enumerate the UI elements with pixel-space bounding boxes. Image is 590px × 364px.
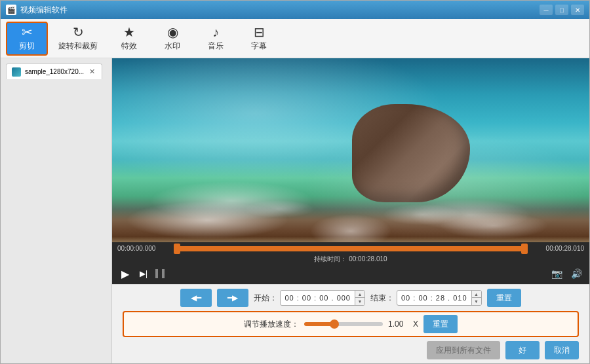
end-label: 结束： bbox=[370, 293, 394, 304]
start-time-group: 开始： 00 : 00 : 00 . 000 ▲ ▼ bbox=[254, 290, 365, 306]
file-tab-name: sample_1280x720... bbox=[25, 68, 84, 75]
trim-right-icon: ━▶ bbox=[227, 293, 238, 302]
tab-cut-label: 剪切 bbox=[19, 41, 35, 52]
watermark-icon: ◉ bbox=[167, 26, 178, 39]
rock-island bbox=[352, 104, 470, 202]
trim-right-button[interactable]: ━▶ bbox=[217, 289, 248, 307]
left-thumbnail-panel: sample_1280x720... ✕ bbox=[1, 58, 112, 363]
tab-music[interactable]: ♪ 音乐 bbox=[195, 22, 237, 56]
speed-label: 调节播放速度： bbox=[244, 319, 299, 330]
rotate-icon: ↻ bbox=[73, 26, 84, 39]
file-tab-close-icon[interactable]: ✕ bbox=[88, 67, 96, 76]
toolbar: ✂ 剪切 ↻ 旋转和裁剪 ★ 特效 ◉ 水印 ♪ 音乐 ⊟ 字幕 bbox=[1, 19, 589, 58]
speed-slider[interactable] bbox=[304, 322, 383, 326]
tab-subtitle[interactable]: ⊟ 字幕 bbox=[238, 22, 280, 56]
minimize-button[interactable]: ─ bbox=[540, 5, 553, 15]
video-player bbox=[112, 58, 589, 242]
pause-indicator bbox=[155, 269, 165, 278]
duration-label: 持续时间： 00:00:28.010 bbox=[314, 255, 387, 264]
start-time-input[interactable]: 00 : 00 : 00 . 000 ▲ ▼ bbox=[280, 290, 365, 306]
speed-unit: X bbox=[413, 319, 418, 329]
playback-bar: 00:00:00.000 00:00:28.010 持续时间： 00:00:28… bbox=[112, 242, 589, 284]
close-button[interactable]: ✕ bbox=[571, 5, 584, 15]
effects-icon: ★ bbox=[123, 26, 135, 39]
start-time-down[interactable]: ▼ bbox=[355, 298, 364, 305]
file-tab-bar: sample_1280x720... ✕ bbox=[3, 61, 109, 79]
end-time-down[interactable]: ▼ bbox=[472, 298, 481, 305]
bottom-controls: ◀━ ━▶ 开始： 00 : 00 : 00 . 000 ▲ ▼ bbox=[112, 284, 589, 363]
maximize-button[interactable]: □ bbox=[555, 5, 568, 15]
trim-left-icon: ◀━ bbox=[191, 293, 201, 302]
action-row: 应用到所有文件 好 取消 bbox=[123, 341, 579, 359]
speed-value: 1.00 bbox=[388, 319, 408, 329]
start-time-up[interactable]: ▲ bbox=[355, 291, 364, 298]
main-window: 🎬 视频编辑软件 ─ □ ✕ ✂ 剪切 ↻ 旋转和裁剪 ★ 特效 ◉ 水印 ♪ … bbox=[0, 0, 590, 364]
trim-row: ◀━ ━▶ 开始： 00 : 00 : 00 . 000 ▲ ▼ bbox=[123, 289, 579, 307]
speed-row: 调节播放速度： 1.00 X 重置 bbox=[123, 311, 579, 337]
tab-cut[interactable]: ✂ 剪切 bbox=[6, 22, 48, 56]
ok-button[interactable]: 好 bbox=[505, 341, 540, 359]
tab-watermark[interactable]: ◉ 水印 bbox=[151, 22, 193, 56]
app-icon: 🎬 bbox=[6, 5, 16, 15]
wave-foam-left bbox=[136, 178, 326, 224]
duration-row: 持续时间： 00:00:28.010 bbox=[117, 255, 584, 264]
end-time-display: 00 : 00 : 28 . 010 bbox=[397, 294, 471, 302]
tab-watermark-label: 水印 bbox=[165, 41, 180, 52]
screenshot-button[interactable]: 📷 bbox=[549, 266, 564, 282]
tab-effects[interactable]: ★ 特效 bbox=[108, 22, 150, 56]
wave-foam-right bbox=[399, 196, 541, 233]
timeline-filled bbox=[174, 246, 528, 251]
file-tab[interactable]: sample_1280x720... ✕ bbox=[6, 64, 102, 79]
tab-rotate[interactable]: ↻ 旋转和裁剪 bbox=[49, 22, 107, 56]
cancel-button[interactable]: 取消 bbox=[545, 341, 579, 359]
apply-all-button: 应用到所有文件 bbox=[427, 341, 500, 359]
title-bar: 🎬 视频编辑软件 ─ □ ✕ bbox=[1, 1, 589, 19]
tab-rotate-label: 旋转和裁剪 bbox=[58, 41, 98, 52]
end-time-spinners: ▲ ▼ bbox=[471, 291, 481, 305]
speed-slider-thumb[interactable] bbox=[330, 319, 339, 329]
end-time-up[interactable]: ▲ bbox=[472, 291, 481, 298]
tab-subtitle-label: 字幕 bbox=[251, 41, 267, 52]
end-time-group: 结束： 00 : 00 : 28 . 010 ▲ ▼ bbox=[370, 290, 482, 306]
window-controls: ─ □ ✕ bbox=[540, 5, 584, 15]
play-button[interactable]: ▶ bbox=[117, 266, 133, 282]
subtitle-icon: ⊟ bbox=[254, 26, 265, 39]
trim-reset-button[interactable]: 重置 bbox=[487, 289, 521, 307]
volume-button[interactable]: 🔊 bbox=[568, 266, 584, 282]
timeline-handle-right[interactable] bbox=[521, 244, 528, 254]
video-area bbox=[112, 58, 589, 242]
cut-icon: ✂ bbox=[22, 26, 33, 39]
music-icon: ♪ bbox=[212, 26, 219, 39]
title-bar-left: 🎬 视频编辑软件 bbox=[6, 5, 68, 16]
end-time-input[interactable]: 00 : 00 : 28 . 010 ▲ ▼ bbox=[397, 290, 482, 306]
file-thumbnail-icon bbox=[12, 67, 21, 77]
speed-reset-button[interactable]: 重置 bbox=[423, 315, 458, 333]
start-time-display: 00 : 00 : 00 . 000 bbox=[281, 294, 355, 302]
trim-left-button[interactable]: ◀━ bbox=[180, 289, 212, 307]
tab-effects-label: 特效 bbox=[121, 41, 137, 52]
tab-music-label: 音乐 bbox=[208, 41, 224, 52]
start-time-spinners: ▲ ▼ bbox=[355, 291, 364, 305]
timeline-track[interactable] bbox=[174, 246, 528, 251]
controls-row: ▶ ▶| 📷 🔊 bbox=[117, 266, 584, 282]
timeline-row: 00:00:00.000 00:00:28.010 bbox=[117, 245, 584, 252]
step-forward-button[interactable]: ▶| bbox=[137, 267, 150, 280]
start-label: 开始： bbox=[254, 293, 277, 304]
app-title: 视频编辑软件 bbox=[20, 5, 68, 16]
timeline-end-time: 00:00:28.010 bbox=[532, 245, 584, 252]
timeline-start-time: 00:00:00.000 bbox=[117, 245, 170, 252]
timeline-handle-left[interactable] bbox=[174, 244, 180, 254]
